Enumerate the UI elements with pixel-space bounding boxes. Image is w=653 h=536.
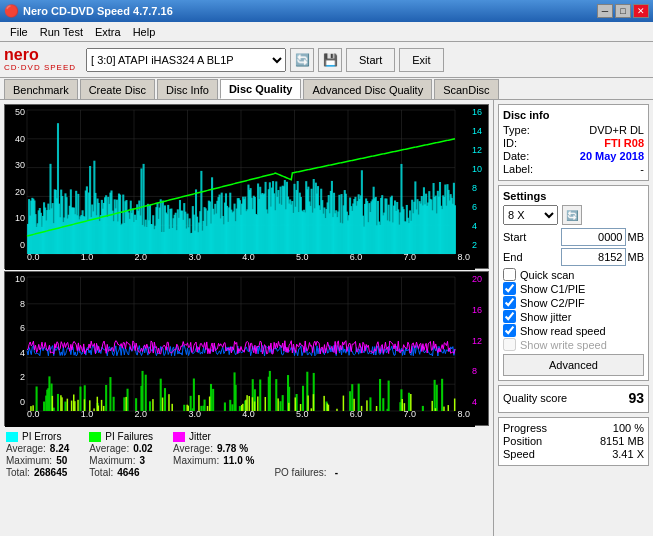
title-bar-controls[interactable]: ─ □ ✕	[597, 4, 649, 18]
show-c1pie-checkbox[interactable]	[503, 282, 516, 295]
legend-pi-errors-title: PI Errors	[6, 431, 69, 442]
end-input-group: MB	[561, 248, 645, 266]
disc-type-val: DVD+R DL	[589, 124, 644, 136]
y-label-10: 10	[7, 213, 25, 223]
position-val: 8151 MB	[600, 435, 644, 447]
top-chart-x-labels: 0.0 1.0 2.0 3.0 4.0 5.0 6.0 7.0 8.0	[27, 252, 470, 268]
disc-type-label: Type:	[503, 124, 530, 136]
maximize-button[interactable]: □	[615, 4, 631, 18]
chart-top: 50 40 30 20 10 0 16 14 12 10 8 6 4 2 0.0	[4, 104, 489, 269]
y-label-20: 20	[7, 187, 25, 197]
close-button[interactable]: ✕	[633, 4, 649, 18]
advanced-button[interactable]: Advanced	[503, 354, 644, 376]
quality-score-row: Quality score 93	[503, 390, 644, 406]
x-label-5: 5.0	[296, 252, 309, 268]
menu-file[interactable]: File	[4, 24, 34, 40]
toolbar: nero CD·DVD SPEED [ 3:0] ATAPI iHAS324 A…	[0, 42, 653, 78]
menu-extra[interactable]: Extra	[89, 24, 127, 40]
quick-scan-label: Quick scan	[520, 269, 574, 281]
legend-pi-errors: PI Errors Average: 8.24 Maximum: 50 Tota…	[6, 431, 69, 478]
tab-disc-quality[interactable]: Disc Quality	[220, 79, 302, 99]
show-jitter-checkbox[interactable]	[503, 310, 516, 323]
app-icon: 🔴	[4, 4, 19, 18]
bx-label-0: 0.0	[27, 409, 40, 425]
bx-label-5: 5.0	[296, 409, 309, 425]
cb-jitter[interactable]: Show jitter	[503, 310, 644, 323]
by-label-0: 0	[7, 397, 25, 407]
progress-section: Progress 100 % Position 8151 MB Speed 3.…	[498, 417, 649, 466]
main-content: 50 40 30 20 10 0 16 14 12 10 8 6 4 2 0.0	[0, 100, 653, 536]
chart-bottom: 10 8 6 4 2 0 20 16 12 8 4 0.0 1.0 2.0 3.…	[4, 271, 489, 426]
disc-info-section: Disc info Type: DVD+R DL ID: FTI R08 Dat…	[498, 104, 649, 181]
tab-scan-disc[interactable]: ScanDisc	[434, 79, 498, 99]
menu-run-test[interactable]: Run Test	[34, 24, 89, 40]
y-label-0: 0	[7, 240, 25, 250]
y-label-40: 40	[7, 134, 25, 144]
tab-benchmark[interactable]: Benchmark	[4, 79, 78, 99]
y-label-r-10: 10	[472, 164, 486, 174]
quick-scan-checkbox[interactable]	[503, 268, 516, 281]
start-input[interactable]	[561, 228, 626, 246]
disc-label-val: -	[640, 163, 644, 175]
by-label-r-8: 8	[472, 366, 486, 376]
pi-errors-label: PI Errors	[22, 431, 61, 442]
show-read-speed-checkbox[interactable]	[503, 324, 516, 337]
pi-errors-max: Maximum: 50	[6, 455, 69, 466]
tab-create-disc[interactable]: Create Disc	[80, 79, 155, 99]
y-label-30: 30	[7, 160, 25, 170]
quality-score-label: Quality score	[503, 392, 567, 404]
show-write-speed-label: Show write speed	[520, 339, 607, 351]
pi-failures-color-box	[89, 432, 101, 442]
disc-id-label: ID:	[503, 137, 517, 149]
drive-select[interactable]: [ 3:0] ATAPI iHAS324 A BL1P	[86, 48, 286, 72]
legend-pi-failures: PI Failures Average: 0.02 Maximum: 3 Tot…	[89, 431, 153, 478]
end-label: End	[503, 251, 523, 263]
jitter-avg: Average: 9.78 %	[173, 443, 254, 454]
x-label-8: 8.0	[457, 252, 470, 268]
cb-quick-scan[interactable]: Quick scan	[503, 268, 644, 281]
disc-date-label: Date:	[503, 150, 529, 162]
menu-help[interactable]: Help	[127, 24, 162, 40]
disc-type-row: Type: DVD+R DL	[503, 124, 644, 136]
start-row: Start MB	[503, 228, 644, 246]
tab-advanced-disc-quality[interactable]: Advanced Disc Quality	[303, 79, 432, 99]
disc-id-val: FTI R08	[604, 137, 644, 149]
by-label-r-12: 12	[472, 336, 486, 346]
disc-id-row: ID: FTI R08	[503, 137, 644, 149]
title-bar-left: 🔴 Nero CD-DVD Speed 4.7.7.16	[4, 4, 173, 18]
by-label-10: 10	[7, 274, 25, 284]
start-button[interactable]: Start	[346, 48, 395, 72]
bx-label-7: 7.0	[404, 409, 417, 425]
jitter-max: Maximum: 11.0 %	[173, 455, 254, 466]
show-c2pif-checkbox[interactable]	[503, 296, 516, 309]
tab-disc-info[interactable]: Disc Info	[157, 79, 218, 99]
position-label: Position	[503, 435, 542, 447]
by-label-2: 2	[7, 372, 25, 382]
pi-errors-total: Total: 268645	[6, 467, 69, 478]
settings-section: Settings 8 X 4 X 6 X 12 X MAX 🔄 Start MB	[498, 185, 649, 381]
jitter-color-box	[173, 432, 185, 442]
po-failures-row: PO failures: -	[274, 467, 338, 478]
settings-refresh-button[interactable]: 🔄	[562, 205, 582, 225]
position-row: Position 8151 MB	[503, 435, 644, 447]
show-jitter-label: Show jitter	[520, 311, 571, 323]
cb-read-speed[interactable]: Show read speed	[503, 324, 644, 337]
cb-c1pie[interactable]: Show C1/PIE	[503, 282, 644, 295]
cb-c2pif[interactable]: Show C2/PIF	[503, 296, 644, 309]
right-panel: Disc info Type: DVD+R DL ID: FTI R08 Dat…	[493, 100, 653, 536]
speed-select[interactable]: 8 X 4 X 6 X 12 X MAX	[503, 205, 558, 225]
end-input[interactable]	[561, 248, 626, 266]
save-button[interactable]: 💾	[318, 48, 342, 72]
speed-val: 3.41 X	[612, 448, 644, 460]
exit-button[interactable]: Exit	[399, 48, 443, 72]
disc-date-row: Date: 20 May 2018	[503, 150, 644, 162]
bx-label-6: 6.0	[350, 409, 363, 425]
by-label-4: 4	[7, 348, 25, 358]
refresh-button[interactable]: 🔄	[290, 48, 314, 72]
start-label: Start	[503, 231, 526, 243]
minimize-button[interactable]: ─	[597, 4, 613, 18]
y-label-r-6: 6	[472, 202, 486, 212]
legend-pi-failures-title: PI Failures	[89, 431, 153, 442]
speed-row[interactable]: 8 X 4 X 6 X 12 X MAX 🔄	[503, 205, 644, 225]
legend-jitter-title: Jitter	[173, 431, 254, 442]
